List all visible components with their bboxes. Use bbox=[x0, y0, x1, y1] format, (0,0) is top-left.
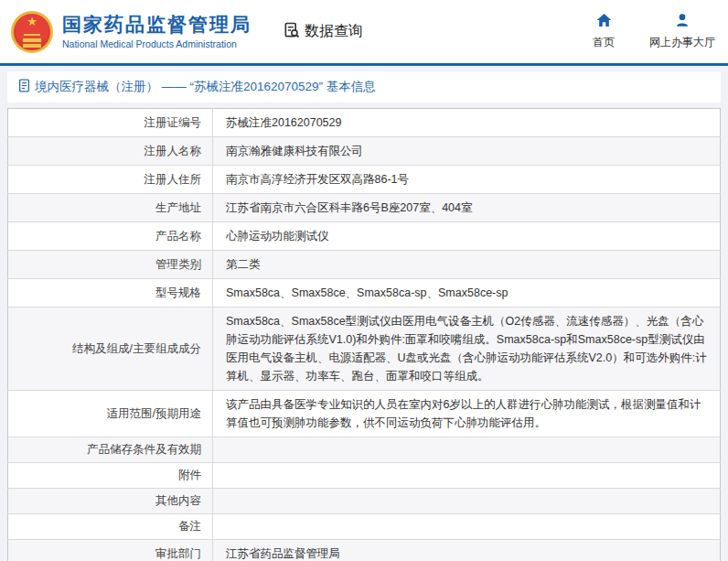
row-value: 江苏省药品监督管理局 bbox=[213, 540, 721, 561]
emblem-star-icon: ★ bbox=[27, 16, 37, 27]
table-row: 注册证编号苏械注准20162070529 bbox=[8, 109, 721, 137]
row-value: 苏械注准20162070529 bbox=[213, 109, 721, 137]
row-value: 南京市高淳经济开发区双高路86-1号 bbox=[213, 166, 721, 194]
row-label: 注册证编号 bbox=[8, 109, 213, 137]
table-row: 审批部门江苏省药品监督管理局 bbox=[8, 540, 721, 561]
table-row: 管理类别第二类 bbox=[8, 251, 721, 279]
row-value: 该产品由具备医学专业知识的人员在室内对6岁以上的人群进行心肺功能测试，根据测量值… bbox=[213, 391, 721, 437]
row-label: 附件 bbox=[8, 463, 213, 489]
row-value bbox=[213, 437, 721, 463]
row-label: 注册人名称 bbox=[8, 137, 213, 166]
nav-item-service-hall[interactable]: 网上办事大厅 bbox=[649, 13, 715, 50]
nav-item-home[interactable]: 首页 bbox=[585, 13, 622, 50]
info-table-body: 注册证编号苏械注准20162070529注册人名称南京瀚雅健康科技有限公司注册人… bbox=[8, 109, 721, 561]
row-label: 管理类别 bbox=[8, 251, 213, 279]
table-row: 注册人住所南京市高淳经济开发区双高路86-1号 bbox=[8, 166, 721, 194]
table-row: 产品储存条件及有效期 bbox=[8, 437, 721, 463]
row-label: 生产地址 bbox=[8, 194, 213, 222]
document-icon bbox=[18, 79, 30, 96]
table-row: 型号规格Smax58ca、Smax58ce、Smax58ca-sp、Smax58… bbox=[8, 279, 721, 307]
table-row: 附件 bbox=[8, 463, 721, 489]
row-value: 心肺运动功能测试仪 bbox=[213, 222, 721, 251]
registration-info-table: 注册证编号苏械注准20162070529注册人名称南京瀚雅健康科技有限公司注册人… bbox=[7, 108, 721, 561]
breadcrumb: 境内医疗器械（注册） —— “苏械注准20162070529” 基本信息 bbox=[7, 71, 721, 102]
national-emblem-logo: ★ bbox=[11, 11, 53, 53]
row-value bbox=[213, 514, 721, 540]
nav-home-label: 首页 bbox=[593, 35, 615, 50]
table-row: 其他内容 bbox=[8, 489, 721, 514]
org-name-cn: 国家药品监督管理局 bbox=[62, 14, 252, 36]
data-query-section[interactable]: 数据查询 bbox=[283, 21, 363, 43]
row-value: 江苏省南京市六合区科丰路6号B座207室、404室 bbox=[213, 194, 721, 222]
doc-search-icon bbox=[283, 21, 301, 43]
content-area: 境内医疗器械（注册） —— “苏械注准20162070529” 基本信息 注册证… bbox=[0, 66, 728, 561]
table-row: 结构及组成/主要组成成分Smax58ca、Smax58ce型测试仪由医用电气设备… bbox=[8, 307, 721, 391]
row-label: 产品名称 bbox=[8, 222, 213, 251]
row-label: 型号规格 bbox=[8, 279, 213, 307]
row-label: 结构及组成/主要组成成分 bbox=[8, 307, 213, 391]
row-label: 产品储存条件及有效期 bbox=[8, 437, 213, 463]
breadcrumb-text: 境内医疗器械（注册） —— “苏械注准20162070529” 基本信息 bbox=[35, 79, 376, 95]
row-value bbox=[213, 489, 721, 514]
home-icon bbox=[596, 13, 612, 31]
table-row: 产品名称心肺运动功能测试仪 bbox=[8, 222, 721, 251]
row-label: 注册人住所 bbox=[8, 166, 213, 194]
row-value bbox=[213, 463, 721, 489]
org-name-en: National Medical Products Administration bbox=[62, 38, 252, 49]
row-value: Smax58ca、Smax58ce、Smax58ca-sp、Smax58ce-s… bbox=[213, 279, 721, 307]
data-query-label: 数据查询 bbox=[305, 22, 363, 41]
header-nav: 首页 网上办事大厅 bbox=[585, 13, 715, 50]
emblem-gate-icon bbox=[23, 38, 41, 42]
row-value: 第二类 bbox=[213, 251, 721, 279]
table-row: 注册人名称南京瀚雅健康科技有限公司 bbox=[8, 137, 721, 166]
row-label: 备注 bbox=[8, 514, 213, 540]
table-row: 生产地址江苏省南京市六合区科丰路6号B座207室、404室 bbox=[8, 194, 721, 222]
user-icon bbox=[675, 13, 690, 31]
row-label: 适用范围/预期用途 bbox=[8, 391, 213, 437]
row-value: 南京瀚雅健康科技有限公司 bbox=[213, 137, 721, 166]
org-names: 国家药品监督管理局 National Medical Products Admi… bbox=[62, 14, 252, 49]
row-label: 审批部门 bbox=[8, 540, 213, 561]
header: ★ 国家药品监督管理局 National Medical Products Ad… bbox=[0, 0, 728, 66]
nav-service-hall-label: 网上办事大厅 bbox=[649, 35, 715, 50]
row-value: Smax58ca、Smax58ce型测试仪由医用电气设备主机（O2传感器、流速传… bbox=[213, 307, 721, 391]
row-label: 其他内容 bbox=[8, 489, 213, 514]
table-row: 适用范围/预期用途该产品由具备医学专业知识的人员在室内对6岁以上的人群进行心肺功… bbox=[8, 391, 721, 437]
table-row: 备注 bbox=[8, 514, 721, 540]
